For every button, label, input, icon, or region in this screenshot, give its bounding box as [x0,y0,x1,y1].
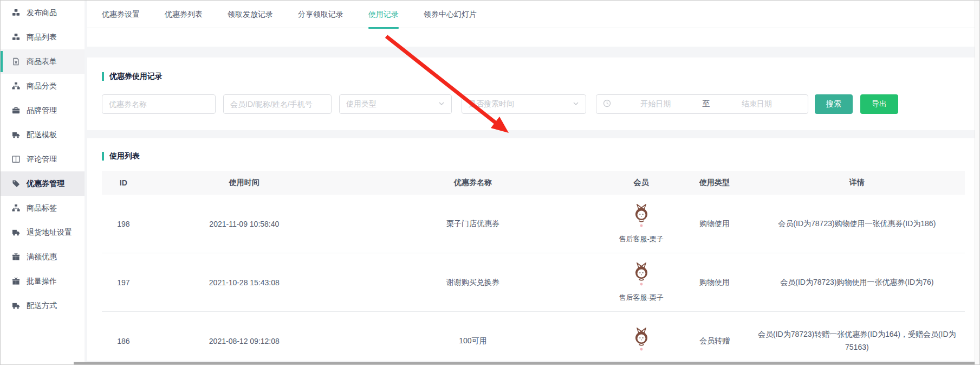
sidebar-item-label: 品牌管理 [27,106,57,116]
rabbit-avatar-icon [631,328,652,353]
sidebar-item-label: 商品表单 [27,57,57,67]
tab-coupon-list[interactable]: 优惠券列表 [165,10,203,28]
time-search-select[interactable]: 是否搜索时间 [462,94,586,114]
columns-icon [12,155,21,164]
sidebar-item-label: 商品标签 [27,203,57,213]
column-header: 使用时间 [145,178,343,188]
chevron-down-icon [573,100,579,108]
cell-detail: 会员(ID为78723)转赠一张优惠券(ID为164)，受赠会员(ID为7516… [749,328,965,354]
column-header: 会员 [602,178,680,188]
export-button[interactable]: 导出 [860,94,898,114]
member-avatar [631,262,652,289]
use-type-select[interactable]: 使用类型 [339,94,452,114]
tabs-card: 优惠券设置优惠券列表领取发放记录分享领取记录使用记录领券中心幻灯片 [87,1,979,47]
search-section-title-text: 优惠券使用记录 [109,72,163,81]
member-search-input[interactable] [223,94,332,114]
sidebar-item-product-list[interactable]: 商品列表 [1,25,85,49]
main-content: 优惠券设置优惠券列表领取发放记录分享领取记录使用记录领券中心幻灯片 优惠券使用记… [85,1,979,364]
table-header-row: ID使用时间优惠券名称会员使用类型详情 [102,171,965,195]
tab-coupon-center-slides[interactable]: 领券中心幻灯片 [424,10,477,28]
vertical-scrollbar[interactable] [975,1,979,364]
sidebar-item-coupon-manage[interactable]: 优惠券管理 [1,171,85,196]
member-name: 售后客服-栗子 [619,293,663,303]
start-date-field[interactable]: 开始日期 [611,99,700,109]
sidebar-item-brand-manage[interactable]: 品牌管理 [1,98,85,123]
cell-use-type: 会员转赠 [680,336,749,346]
sidebar-item-product-category[interactable]: 商品分类 [1,74,85,98]
sidebar-item-return-address[interactable]: 退货地址设置 [1,220,85,245]
sitemap-icon [12,82,21,91]
sidebar-item-comment-manage[interactable]: 评论管理 [1,147,85,171]
search-button[interactable]: 搜索 [815,94,853,114]
briefcase-icon [12,106,21,115]
sitemap-icon [12,204,21,213]
search-form: 使用类型 是否搜索时间 开始日期 至 [102,94,965,114]
usage-table: ID使用时间优惠券名称会员使用类型详情 1982021-11-09 10:58:… [102,171,965,361]
cubes-icon [12,9,21,17]
clock-icon [603,99,611,109]
sidebar-item-label: 退货地址设置 [27,228,72,238]
member-avatar [631,328,652,354]
accent-bar [102,72,104,81]
sidebar: 发布商品商品列表商品表单商品分类品牌管理配送模板评论管理优惠券管理商品标签退货地… [1,1,85,364]
sidebar-item-label: 优惠券管理 [27,179,64,189]
sidebar-item-product-form[interactable]: 商品表单 [1,49,85,74]
sidebar-item-label: 商品列表 [27,33,57,42]
list-section-title-text: 使用列表 [109,151,140,161]
cell-member [602,328,680,354]
sidebar-item-product-tag[interactable]: 商品标签 [1,196,85,220]
tab-usage-record[interactable]: 使用记录 [368,10,399,28]
sidebar-item-batch-operation[interactable]: 批量操作 [1,269,85,293]
cell-id: 197 [102,278,145,287]
cell-use-type: 购物使用 [680,219,749,229]
search-section-title: 优惠券使用记录 [102,72,965,81]
table-row: 1982021-11-09 10:58:40栗子门店优惠券售后客服-栗子购物使用… [102,195,965,253]
date-separator: 至 [700,99,712,109]
sidebar-item-delivery-method[interactable]: 配送方式 [1,293,85,318]
sidebar-item-label: 满额优惠 [27,252,57,262]
table-body: 1982021-11-09 10:58:40栗子门店优惠券售后客服-栗子购物使用… [102,195,965,361]
window-bottom-edge [74,362,979,364]
end-date-field[interactable]: 结束日期 [712,99,802,109]
cell-member: 售后客服-栗子 [602,262,680,303]
coupon-name-input[interactable] [102,94,216,114]
cell-id: 198 [102,220,145,228]
cell-coupon-name: 100可用 [343,336,602,346]
date-range-picker[interactable]: 开始日期 至 结束日期 [596,94,808,114]
cell-id: 186 [102,337,145,345]
member-avatar [631,204,652,230]
rabbit-avatar-icon [631,204,652,229]
sidebar-item-publish-product[interactable]: 发布商品 [1,1,85,25]
truck-icon [12,131,21,139]
list-section-title: 使用列表 [102,151,965,161]
tab-share-receive-record[interactable]: 分享领取记录 [298,10,343,28]
sidebar-item-full-discount[interactable]: 满额优惠 [1,245,85,269]
cell-use-time: 2021-10-28 15:43:08 [145,278,343,287]
cell-member: 售后客服-栗子 [602,204,680,244]
sidebar-item-label: 配送模板 [27,130,57,140]
column-header: ID [102,178,145,187]
accent-bar [102,152,104,161]
cell-use-time: 2021-11-09 10:58:40 [145,220,343,228]
column-header: 使用类型 [680,178,749,188]
table-row: 1862021-08-12 09:12:08100可用会员转赠会员(ID为787… [102,312,965,361]
tab-list: 优惠券设置优惠券列表领取发放记录分享领取记录使用记录领券中心幻灯片 [87,10,979,28]
tab-coupon-settings[interactable]: 优惠券设置 [102,10,140,28]
column-header: 优惠券名称 [343,178,602,188]
admin-window: 发布商品商品列表商品表单商品分类品牌管理配送模板评论管理优惠券管理商品标签退货地… [0,0,980,365]
sidebar-item-label: 商品分类 [27,81,57,91]
sidebar-item-label: 发布商品 [27,8,57,18]
table-row: 1972021-10-28 15:43:08谢谢购买兑换券售后客服-栗子购物使用… [102,253,965,312]
column-header: 详情 [749,176,965,189]
cubes-icon [12,33,21,42]
cell-use-time: 2021-08-12 09:12:08 [145,337,343,345]
cell-coupon-name: 谢谢购买兑换券 [343,278,602,287]
cell-detail: 会员(ID为78723)购物使用一张优惠券(ID为76) [749,276,965,289]
sidebar-item-label: 评论管理 [27,155,57,164]
cell-use-type: 购物使用 [680,278,749,287]
cell-detail: 会员(ID为78723)购物使用一张优惠券(ID为186) [749,217,965,230]
truck-icon [12,228,21,237]
time-search-placeholder: 是否搜索时间 [469,99,514,109]
sidebar-item-delivery-template[interactable]: 配送模板 [1,123,85,147]
tab-receive-grant-record[interactable]: 领取发放记录 [228,10,273,28]
